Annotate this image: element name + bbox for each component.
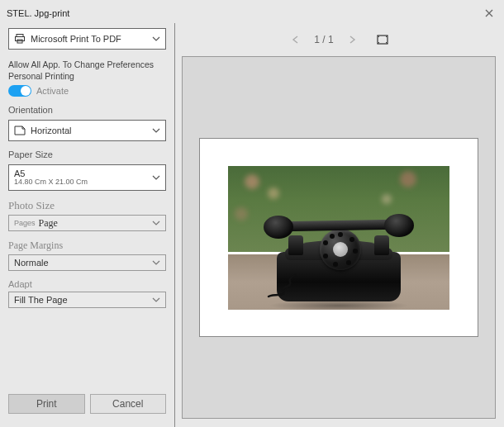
margins-label: Page Margins [8, 240, 166, 252]
preview-area [182, 56, 496, 419]
photo-size-label: Photo Size [8, 199, 166, 212]
printer-icon [14, 33, 26, 45]
photo-size-value: Page [39, 217, 152, 230]
svg-rect-1 [16, 37, 25, 41]
orientation-select[interactable]: Horizontal [8, 120, 166, 141]
print-button[interactable]: Print [8, 394, 85, 414]
photo-size-select[interactable]: Pages Page [8, 215, 166, 231]
preferences-text: Allow All App. To Change Preferences Per… [8, 59, 166, 82]
page-indicator: 1 / 1 [314, 34, 333, 45]
pager: 1 / 1 [182, 28, 496, 51]
settings-panel: Microsoft Print To PDF Allow All App. To… [0, 23, 175, 427]
page-icon [14, 125, 26, 136]
adapt-value: Fill The Page [14, 295, 152, 305]
activate-toggle[interactable] [8, 85, 31, 97]
activate-label: Activate [36, 86, 69, 96]
orientation-value: Horizontal [31, 126, 160, 135]
close-icon[interactable] [481, 5, 497, 21]
margins-select[interactable]: Normale [8, 254, 166, 271]
margins-value: Normale [14, 258, 152, 268]
window-title: STEL. Jpg-print [7, 8, 69, 18]
adapt-label: Adapt [8, 279, 166, 289]
chevron-down-icon [152, 260, 160, 265]
orientation-label: Orientation [8, 105, 166, 115]
preview-panel: 1 / 1 [177, 23, 504, 427]
chevron-down-icon [152, 221, 160, 225]
fullscreen-icon[interactable] [377, 34, 388, 45]
cancel-button[interactable]: Cancel [90, 394, 167, 414]
chevron-down-icon [152, 36, 160, 41]
paper-size-dims: 14.80 Cm X 21.00 Cm [14, 178, 160, 187]
preview-page [199, 138, 478, 337]
preview-photo [228, 166, 449, 310]
prev-page-arrow[interactable] [289, 33, 302, 46]
chevron-down-icon [152, 128, 160, 133]
next-page-arrow[interactable] [345, 33, 359, 46]
chevron-down-icon [152, 297, 160, 302]
paper-size-label: Paper Size [8, 149, 166, 159]
chevron-down-icon [152, 175, 160, 180]
photo-size-prefix: Pages [14, 219, 36, 227]
printer-select[interactable]: Microsoft Print To PDF [8, 28, 166, 50]
adapt-select[interactable]: Fill The Page [8, 292, 166, 308]
printer-value: Microsoft Print To PDF [31, 34, 160, 44]
paper-size-select[interactable]: A5 14.80 Cm X 21.00 Cm [8, 164, 166, 191]
